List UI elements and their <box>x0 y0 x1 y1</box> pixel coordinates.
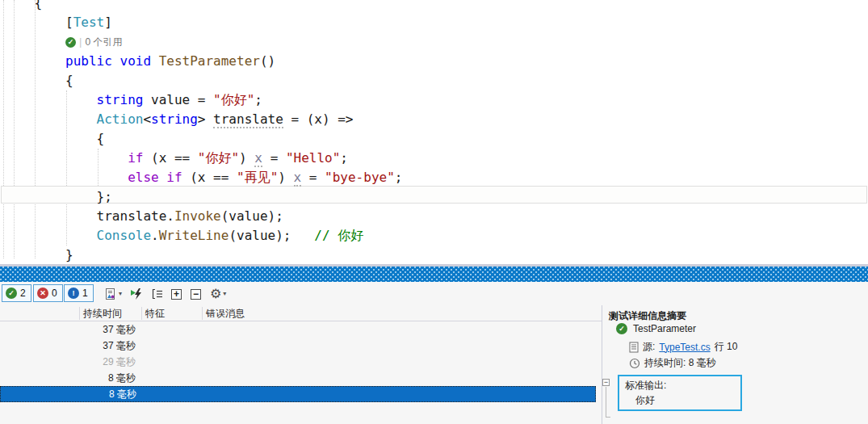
code-line: else if (x == "再见") x = "bye-bye"; <box>3 168 402 187</box>
code-line: { <box>3 71 73 90</box>
code-line: Console.WriteLine(value); // 你好 <box>3 226 363 246</box>
duration-cell: 37 毫秒 <box>79 338 136 354</box>
passed-count: 2 <box>20 288 26 299</box>
duration-cell: 37 毫秒 <box>79 321 136 338</box>
collapse-all-button[interactable]: − <box>190 285 203 303</box>
results-grid: 持续时间 特征 错误消息 37 毫秒37 毫秒29 毫秒8 毫秒8 毫秒 <box>0 305 602 424</box>
run-summary-icon <box>103 288 117 300</box>
column-header-traits[interactable]: 特征 <box>145 307 165 321</box>
codelens-separator: | <box>79 32 82 52</box>
clock-icon <box>629 358 640 369</box>
expand-all-icon: + <box>171 289 182 300</box>
stdout-box: 标准输出: 你好 <box>618 375 742 411</box>
detail-pane-title: 测试详细信息摘要 <box>609 309 686 323</box>
column-header-duration[interactable]: 持续时间 <box>83 307 122 321</box>
chevron-down-icon: ▾ <box>223 290 226 297</box>
source-file-icon <box>629 342 639 353</box>
codelens-check-icon: ✓ <box>65 37 76 48</box>
passed-tests-badge[interactable]: ✓ 2 <box>2 284 31 302</box>
collapse-all-icon: − <box>191 289 201 300</box>
code-line: public void TestParameter() <box>3 52 275 71</box>
test-detail-pane: 测试详细信息摘要 ✓ TestParameter 源: TypeTest.cs … <box>602 305 868 424</box>
test-results-panel: ✓ 2 ✕ 0 ! 1 <box>0 282 868 424</box>
test-result-row[interactable]: 8 毫秒 <box>0 370 596 386</box>
passed-check-icon: ✓ <box>6 288 17 299</box>
tree-line <box>606 417 610 418</box>
duration-cell: 29 毫秒 <box>79 354 136 370</box>
test-result-row[interactable]: 8 毫秒 <box>0 386 596 402</box>
tree-line <box>606 387 606 417</box>
column-header-error[interactable]: 错误消息 <box>206 307 245 321</box>
code-line: Action<string> translate = (x) => <box>3 110 354 129</box>
debug-run-icon <box>129 288 144 300</box>
expand-all-button[interactable]: + <box>170 285 184 303</box>
code-line: [Test] <box>3 13 112 32</box>
info-count: 1 <box>82 288 88 299</box>
stdout-collapse-toggle[interactable]: − <box>602 379 610 386</box>
chevron-down-icon: ▾ <box>119 290 122 297</box>
stdout-label: 标准输出: <box>625 379 666 393</box>
code-line: translate.Invoke(value); <box>3 207 283 226</box>
test-passed-check-icon: ✓ <box>616 323 627 334</box>
grid-header: 持续时间 特征 错误消息 <box>0 305 602 321</box>
run-summary-button[interactable]: ▾ <box>103 285 123 303</box>
code-line: if (x == "你好") x = "Hello"; <box>3 149 348 168</box>
settings-gear-icon: ⚙ <box>210 288 221 300</box>
test-result-row[interactable]: 29 毫秒 <box>0 354 596 370</box>
debug-run-button[interactable] <box>128 285 145 303</box>
duration-cell: 8 毫秒 <box>80 387 136 403</box>
test-result-row[interactable]: 37 毫秒 <box>0 321 596 338</box>
code-line: string value = "你好"; <box>3 90 262 110</box>
code-editor[interactable]: { [Test]✓|0 个引用 public void TestParamete… <box>0 0 868 264</box>
detail-test-name: TestParameter <box>633 323 696 334</box>
code-area: { [Test]✓|0 个引用 public void TestParamete… <box>3 0 868 264</box>
failed-x-icon: ✕ <box>37 288 48 299</box>
duration-cell: 8 毫秒 <box>79 370 136 386</box>
source-file-link[interactable]: TypeTest.cs <box>659 342 710 353</box>
column-divider[interactable] <box>79 307 80 320</box>
results-rows: 37 毫秒37 毫秒29 毫秒8 毫秒8 毫秒 <box>0 321 602 402</box>
test-result-row[interactable]: 37 毫秒 <box>0 338 596 354</box>
code-line: } <box>3 246 73 264</box>
source-label: 源: <box>643 340 655 354</box>
panel-title-drag-bar[interactable] <box>0 267 868 282</box>
column-divider[interactable] <box>141 307 142 320</box>
info-tests-badge[interactable]: ! 1 <box>64 284 94 302</box>
column-divider[interactable] <box>202 307 203 320</box>
codelens-line: ✓|0 个引用 <box>3 32 122 52</box>
code-line: { <box>3 129 104 149</box>
codelens-references[interactable]: 0 个引用 <box>85 32 122 52</box>
group-by-icon <box>151 288 164 300</box>
vs-window: { [Test]✓|0 个引用 public void TestParamete… <box>0 0 868 424</box>
stdout-value: 你好 <box>635 393 655 407</box>
test-toolbar: ✓ 2 ✕ 0 ! 1 <box>0 282 868 305</box>
group-by-button[interactable] <box>150 285 165 303</box>
detail-source-row: 源: TypeTest.cs 行 10 <box>629 340 737 354</box>
detail-duration-row: 持续时间: 8 毫秒 <box>629 356 716 370</box>
code-line: }; <box>3 187 112 207</box>
failed-count: 0 <box>52 288 57 299</box>
failed-tests-badge[interactable]: ✕ 0 <box>33 284 63 302</box>
detail-test-row: ✓ TestParameter <box>616 323 696 334</box>
info-exclaim-icon: ! <box>68 288 79 299</box>
code-line: { <box>3 0 42 13</box>
source-line-number: 行 10 <box>715 340 738 354</box>
settings-button[interactable]: ⚙ ▾ <box>209 285 227 303</box>
duration-text: 持续时间: 8 毫秒 <box>644 356 716 370</box>
